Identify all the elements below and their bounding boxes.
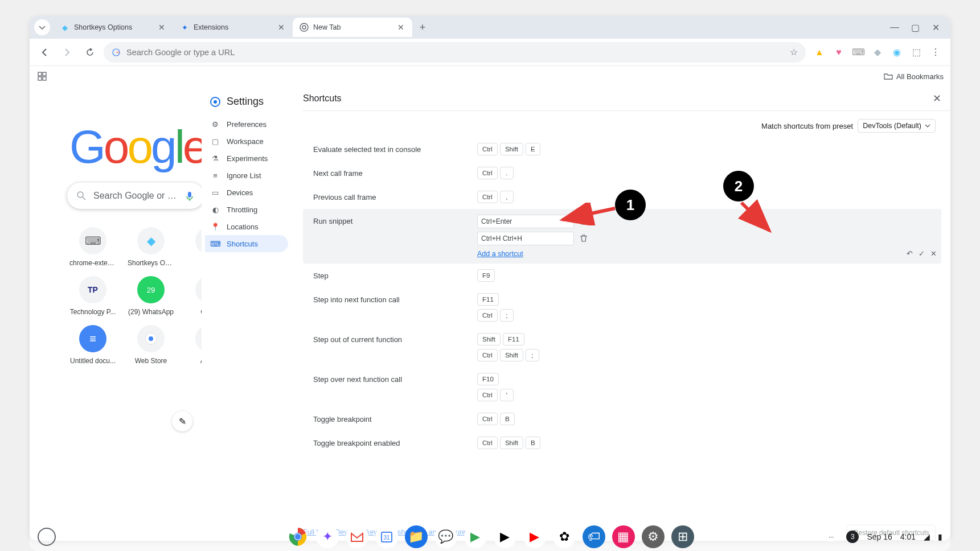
chromeos-shelf: ✦ 31 📁 💬 ▶ ▶ ▶ ✿ 🏷 ▦ ⚙ ⊞ ··· 3 Sep 16 4:… <box>30 523 950 551</box>
settings-item-preferences[interactable]: ⚙Preferences <box>205 116 288 133</box>
ime-indicator[interactable]: ··· <box>824 532 838 541</box>
maximize-button[interactable]: ▢ <box>909 22 921 33</box>
files-icon[interactable]: 📁 <box>405 525 428 548</box>
shortcut-row[interactable]: Toggle breakpointCtrlB <box>303 407 941 431</box>
key-chip: ; <box>500 309 514 322</box>
status-tray[interactable]: ··· 3 Sep 16 4:01 ◢ ▮ <box>824 531 942 543</box>
new-tab-button[interactable]: + <box>415 19 430 35</box>
all-bookmarks-label: All Bookmarks <box>896 72 944 81</box>
ntp-tile[interactable]: 29(29) WhatsApp <box>123 273 179 316</box>
shortcut-label: Run snippet <box>313 215 468 225</box>
launcher-button[interactable] <box>38 528 56 546</box>
mic-icon[interactable] <box>184 191 195 201</box>
delete-shortcut-icon[interactable] <box>580 217 589 226</box>
tab-new-tab[interactable]: New Tab ✕ <box>293 18 412 37</box>
minimize-button[interactable]: — <box>889 22 900 33</box>
key-chip: Ctrl <box>477 143 498 155</box>
grid-icon[interactable] <box>36 71 48 82</box>
preset-select[interactable]: DevTools (Default) <box>858 119 936 133</box>
close-icon[interactable]: ✕ <box>396 23 405 32</box>
ntp-tile[interactable]: Web Store <box>123 322 179 365</box>
settings-item-experiments[interactable]: ⚗Experiments <box>205 150 288 167</box>
search-icon <box>76 191 87 201</box>
ext-icon-shortkeys[interactable]: ◆ <box>872 47 883 58</box>
settings-item-ignore-list[interactable]: ≡Ignore List <box>205 167 288 184</box>
date-label: Sep 16 <box>867 532 892 541</box>
annotation-2: 2 <box>723 171 754 202</box>
tab-shortkeys-options[interactable]: ◆ Shortkeys Options ✕ <box>54 18 173 37</box>
dock: ✦ 31 📁 💬 ▶ ▶ ▶ ✿ 🏷 ▦ ⚙ ⊞ <box>286 525 694 548</box>
app-icon[interactable]: ⊞ <box>671 525 694 548</box>
youtube-icon[interactable]: ▶ <box>523 525 546 548</box>
shortcut-row[interactable]: Step over next function callF10Ctrl' <box>303 367 941 407</box>
cancel-icon[interactable]: ✕ <box>930 249 937 258</box>
forward-button[interactable] <box>58 43 76 61</box>
delete-shortcut-icon[interactable] <box>580 234 589 243</box>
tab-extensions[interactable]: ✦ Extensions ✕ <box>173 18 293 37</box>
key-chip: ; <box>526 349 539 361</box>
shortcut-input[interactable] <box>477 232 574 245</box>
drive-icon[interactable]: ▲ <box>814 47 825 58</box>
shortcut-row[interactable]: Toggle breakpoint enabledCtrlShiftB <box>303 431 941 455</box>
shortcut-input[interactable] <box>477 215 574 228</box>
all-bookmarks-button[interactable]: All Bookmarks <box>884 72 944 81</box>
tab-search-button[interactable] <box>34 19 50 35</box>
settings-item-shortcuts[interactable]: ⌨Shortcuts <box>205 235 288 252</box>
shortcut-row[interactable]: Step out of current functionShiftF11Ctrl… <box>303 327 941 367</box>
address-input[interactable] <box>126 48 784 57</box>
chrome-app-icon[interactable] <box>286 525 309 548</box>
calendar-icon[interactable]: 31 <box>375 525 398 548</box>
undo-icon[interactable]: ↶ <box>907 249 913 258</box>
settings-item-workspace[interactable]: ▢Workspace <box>205 133 288 150</box>
google-g-icon <box>112 48 121 57</box>
close-button[interactable]: ✕ <box>930 22 941 33</box>
ntp-search-box[interactable]: Search Google or type a U... <box>67 183 204 209</box>
meet-icon[interactable]: ▶ <box>464 525 487 548</box>
settings-item-throttling[interactable]: ◐Throttling <box>205 201 288 218</box>
overflow-menu-button[interactable]: ⋮ <box>930 47 941 58</box>
bookmark-star-icon[interactable]: ☆ <box>790 47 798 57</box>
gmail-icon[interactable] <box>346 525 368 548</box>
svg-point-16 <box>295 534 301 540</box>
shortcut-row[interactable]: Step into next function callF11Ctrl; <box>303 287 941 327</box>
notification-count[interactable]: 3 <box>846 531 859 543</box>
back-button[interactable] <box>35 43 54 61</box>
reload-button[interactable] <box>81 43 99 61</box>
add-shortcut-link[interactable]: Add a shortcut <box>477 250 589 258</box>
tab-title: Shortkeys Options <box>74 23 153 31</box>
app-icon[interactable]: 🏷 <box>583 525 605 548</box>
svg-point-12 <box>214 100 217 104</box>
confirm-icon[interactable]: ✓ <box>919 249 925 258</box>
settings-item-devices[interactable]: ▭Devices <box>205 184 288 201</box>
ext-icon-keyboard[interactable]: ⌨ <box>852 47 864 58</box>
shortcut-label: Next call frame <box>313 167 468 178</box>
svg-text:31: 31 <box>383 534 390 541</box>
photos-icon[interactable]: ✿ <box>553 525 576 548</box>
ext-icon-heart[interactable]: ♥ <box>833 47 844 58</box>
ntp-tile[interactable]: TPTechnology P... <box>65 273 121 316</box>
shortcut-row[interactable]: Evaluate selected text in consoleCtrlShi… <box>303 137 941 161</box>
messages-icon[interactable]: 💬 <box>434 525 457 548</box>
close-icon[interactable]: ✕ <box>277 23 286 32</box>
gemini-icon[interactable]: ✦ <box>316 525 339 548</box>
play-store-icon[interactable]: ▶ <box>494 525 516 548</box>
ext-icon-check[interactable]: ◉ <box>891 47 903 58</box>
tab-title: New Tab <box>313 23 392 31</box>
extensions-button[interactable]: ⬚ <box>911 47 922 58</box>
chevron-down-icon <box>925 123 930 129</box>
close-icon[interactable]: ✕ <box>157 23 166 32</box>
key-chip: Ctrl <box>477 191 498 203</box>
close-panel-button[interactable]: ✕ <box>933 92 941 105</box>
address-bar[interactable]: ☆ <box>104 42 806 63</box>
customize-button[interactable]: ✎ <box>172 411 192 431</box>
key-chip: ' <box>500 389 514 401</box>
ntp-tile[interactable]: ⌨chrome-exten... <box>65 224 121 267</box>
shortcut-row[interactable]: StepF9 <box>303 264 941 287</box>
ntp-tile[interactable]: ◆Shortkeys Op... <box>123 224 179 267</box>
system-settings-icon[interactable]: ⚙ <box>642 525 665 548</box>
settings-item-locations[interactable]: 📍Locations <box>205 218 288 235</box>
ntp-tile[interactable]: ≡Untitled docu... <box>65 322 121 365</box>
shortcut-row[interactable]: Next call frameCtrl. <box>303 161 941 185</box>
app-icon[interactable]: ▦ <box>612 525 635 548</box>
devtools-settings: Settings ⚙Preferences ▢Workspace ⚗Experi… <box>202 87 950 541</box>
